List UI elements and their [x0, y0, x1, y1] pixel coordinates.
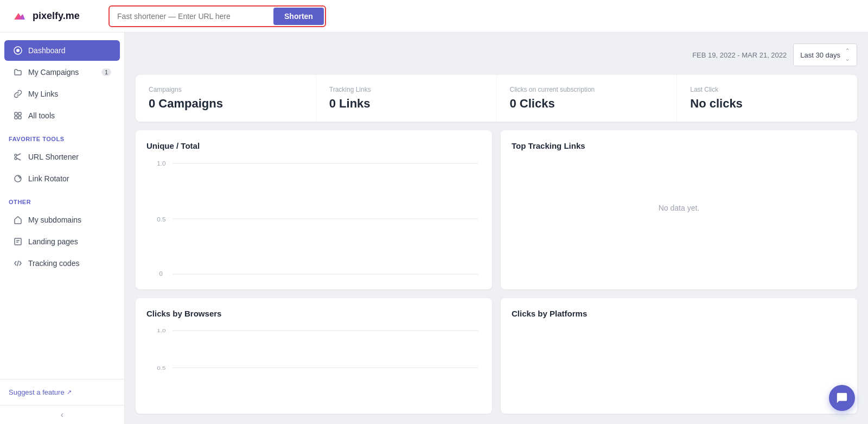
other-label: OTHER: [0, 190, 124, 208]
stat-value-last-click: No clicks: [690, 97, 844, 111]
sidebar-footer: Suggest a feature ↗: [0, 379, 124, 405]
svg-text:6AM: 6AM: [245, 278, 257, 279]
main-layout: Dashboard My Campaigns 1 My Links All t: [0, 33, 868, 424]
sidebar-item-url-shortener[interactable]: URL Shortener: [4, 147, 120, 167]
svg-text:6PM: 6PM: [400, 278, 412, 279]
stat-label-campaigns: Campaigns: [149, 86, 303, 93]
sidebar-item-dashboard[interactable]: Dashboard: [4, 40, 120, 61]
chevron-icon: ⌃⌄: [845, 47, 850, 62]
sidebar-item-landing-pages[interactable]: Landing pages: [4, 231, 120, 252]
chart-unique-total-svg: 1.0 0.5 0 12AM 3AM 6AM 9AM 12PM 3PM: [146, 159, 481, 279]
sidebar-item-my-subdomains[interactable]: My subdomains: [4, 210, 120, 230]
svg-point-6: [15, 154, 17, 156]
sidebar-label-url-shortener: URL Shortener: [28, 153, 79, 161]
sidebar-collapse-button[interactable]: ‹: [0, 405, 124, 424]
dashboard-header: FEB 19, 2022 - MAR 21, 2022 Last 30 days…: [136, 43, 857, 66]
campaigns-badge: 1: [101, 68, 111, 76]
date-range-select[interactable]: Last 30 days ⌃⌄: [793, 43, 857, 66]
sidebar-label-all-tools: All tools: [28, 111, 55, 120]
svg-rect-2: [15, 112, 17, 115]
sidebar-label-subdomains: My subdomains: [28, 216, 81, 224]
rotator-icon: [13, 174, 23, 183]
chart-browsers-svg: 1.0 0.5: [146, 327, 481, 403]
sidebar: Dashboard My Campaigns 1 My Links All t: [0, 33, 125, 424]
content-area: FEB 19, 2022 - MAR 21, 2022 Last 30 days…: [125, 33, 868, 424]
charts-grid: Unique / Total 1.0 0.5 0 12AM 3AM: [136, 130, 857, 414]
date-range-text: FEB 19, 2022 - MAR 21, 2022: [692, 51, 787, 59]
chart-platforms-title: Clicks by Platforms: [512, 309, 846, 318]
chart-browsers-area: 1.0 0.5: [146, 327, 481, 403]
chat-fab-button[interactable]: [829, 385, 855, 411]
stat-links: Tracking Links 0 Links: [316, 75, 497, 122]
sidebar-label-links: My Links: [28, 90, 58, 98]
circle-icon: [13, 46, 23, 55]
topbar: pixelfy.me Shorten: [0, 0, 868, 33]
folder-icon: [13, 67, 23, 77]
svg-text:12AM: 12AM: [165, 278, 180, 279]
stat-label-clicks: Clicks on current subscription: [510, 86, 664, 93]
url-bar: Shorten: [108, 5, 326, 27]
external-link-icon: ↗: [67, 389, 72, 396]
url-input[interactable]: [111, 9, 273, 24]
sidebar-label-dashboard: Dashboard: [28, 46, 66, 55]
home-icon: [13, 215, 23, 225]
stat-campaigns: Campaigns 0 Campaigns: [136, 75, 316, 122]
sidebar-item-all-tools[interactable]: All tools: [4, 105, 120, 126]
favorite-tools-label: FAVORITE TOOLS: [0, 127, 124, 145]
sidebar-item-my-campaigns[interactable]: My Campaigns 1: [4, 62, 120, 83]
chart-unique-total-title: Unique / Total: [146, 141, 481, 150]
svg-rect-9: [15, 238, 21, 245]
shorten-button[interactable]: Shorten: [273, 8, 324, 25]
svg-text:1.0: 1.0: [157, 160, 165, 167]
logo: pixelfy.me: [11, 8, 98, 25]
stat-value-clicks: 0 Clicks: [510, 97, 664, 111]
svg-text:1.0: 1.0: [157, 328, 165, 334]
svg-text:3PM: 3PM: [361, 278, 373, 279]
svg-text:9PM: 9PM: [439, 278, 451, 279]
pages-icon: [13, 237, 23, 246]
sidebar-label-tracking-codes: Tracking codes: [28, 259, 79, 268]
grid-icon: [13, 111, 23, 121]
suggest-feature-link[interactable]: Suggest a feature ↗: [9, 388, 116, 396]
sidebar-label-campaigns: My Campaigns: [28, 68, 79, 77]
code-icon: [13, 258, 23, 268]
chart-unique-total: Unique / Total 1.0 0.5 0 12AM 3AM: [136, 130, 492, 289]
svg-text:12AM: 12AM: [471, 278, 481, 279]
svg-rect-4: [15, 116, 17, 119]
stats-row: Campaigns 0 Campaigns Tracking Links 0 L…: [136, 75, 857, 122]
sidebar-item-tracking-codes[interactable]: Tracking codes: [4, 253, 120, 274]
chart-unique-total-area: 1.0 0.5 0 12AM 3AM 6AM 9AM 12PM 3PM: [146, 159, 481, 279]
chart-browsers: Clicks by Browsers 1.0 0.5: [136, 298, 492, 414]
svg-point-7: [15, 157, 17, 160]
scissors-icon: [13, 152, 23, 162]
stat-last-click: Last Click No clicks: [677, 75, 857, 122]
svg-text:0: 0: [159, 270, 163, 277]
stat-label-links: Tracking Links: [329, 86, 483, 93]
logo-icon: [11, 8, 28, 25]
chat-icon: [836, 392, 848, 404]
svg-rect-5: [18, 116, 21, 119]
sidebar-item-my-links[interactable]: My Links: [4, 84, 120, 104]
stat-value-links: 0 Links: [329, 97, 483, 111]
stat-label-last-click: Last Click: [690, 86, 844, 93]
sidebar-nav: Dashboard My Campaigns 1 My Links All t: [0, 33, 124, 379]
sidebar-label-link-rotator: Link Rotator: [28, 174, 69, 183]
svg-text:9AM: 9AM: [283, 278, 295, 279]
chart-browsers-title: Clicks by Browsers: [146, 309, 481, 318]
svg-text:0.5: 0.5: [157, 216, 165, 223]
chart-top-links-empty: No data yet.: [512, 159, 846, 257]
sidebar-label-landing-pages: Landing pages: [28, 237, 78, 246]
svg-point-1: [16, 49, 20, 52]
stat-clicks: Clicks on current subscription 0 Clicks: [497, 75, 678, 122]
svg-text:0.5: 0.5: [157, 365, 165, 371]
svg-rect-3: [18, 112, 21, 115]
chart-platforms: Clicks by Platforms: [501, 298, 857, 414]
svg-text:12PM: 12PM: [321, 278, 336, 279]
stat-value-campaigns: 0 Campaigns: [149, 97, 303, 111]
link-icon: [13, 89, 23, 99]
chart-platforms-area: [512, 327, 846, 403]
chart-top-links-title: Top Tracking Links: [512, 141, 846, 150]
svg-text:3AM: 3AM: [205, 278, 217, 279]
chart-top-links: Top Tracking Links No data yet.: [501, 130, 857, 289]
sidebar-item-link-rotator[interactable]: Link Rotator: [4, 168, 120, 189]
